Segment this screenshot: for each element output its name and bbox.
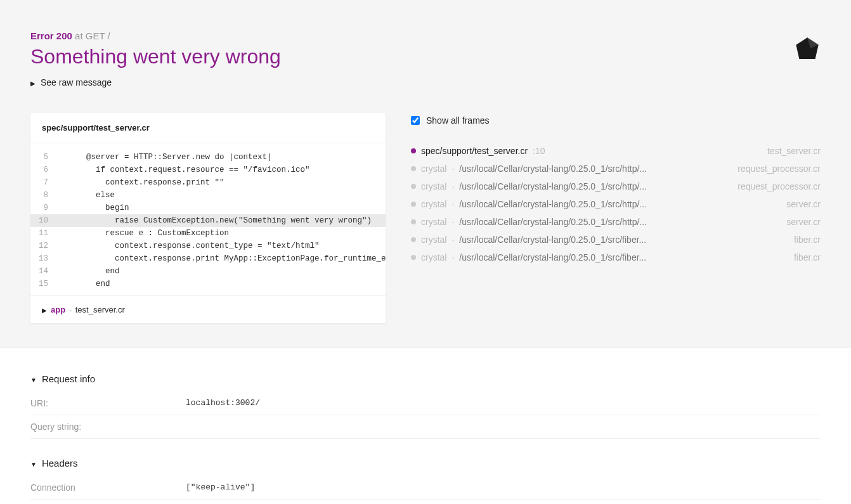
table-row: URI:localhost:3002/ bbox=[30, 392, 821, 415]
frame-source-tag: crystal bbox=[421, 164, 446, 174]
dot-separator: · bbox=[451, 181, 454, 191]
frames-panel: Show all frames spec/support/test_server… bbox=[411, 113, 821, 323]
line-content: end bbox=[56, 265, 120, 278]
frame-file: server.cr bbox=[786, 217, 821, 227]
frame-path: /usr/local/Cellar/crystal-lang/0.25.0_1/… bbox=[459, 235, 789, 245]
headers-heading[interactable]: Headers bbox=[30, 458, 821, 468]
code-line: 6 if context.request.resource == "/favic… bbox=[30, 164, 386, 176]
frame-row[interactable]: crystal·/usr/local/Cellar/crystal-lang/0… bbox=[411, 213, 821, 231]
code-file-path: spec/support/test_server.cr bbox=[30, 113, 386, 143]
dot-separator: · bbox=[451, 235, 454, 245]
line-number: 11 bbox=[30, 227, 56, 240]
info-key: Query string: bbox=[30, 415, 186, 439]
code-line: 14 end bbox=[30, 265, 386, 278]
code-footer[interactable]: app · test_server.cr bbox=[30, 295, 386, 323]
frame-row[interactable]: crystal·/usr/local/Cellar/crystal-lang/0… bbox=[411, 178, 821, 195]
line-content: context.response.print "" bbox=[56, 176, 224, 189]
raw-message-label: See raw message bbox=[41, 77, 112, 87]
dot-separator: · bbox=[451, 252, 454, 262]
code-line: 15 end bbox=[30, 278, 386, 290]
frame-row[interactable]: crystal·/usr/local/Cellar/crystal-lang/0… bbox=[411, 249, 821, 266]
request-info-table: URI:localhost:3002/Query string: bbox=[30, 392, 821, 439]
frame-path: /usr/local/Cellar/crystal-lang/0.25.0_1/… bbox=[459, 217, 781, 227]
error-header-section: Error 200 at GET / Something went very w… bbox=[0, 0, 851, 347]
line-number: 13 bbox=[30, 252, 56, 265]
code-body: 5 @server = HTTP::Server.new do |context… bbox=[30, 143, 386, 295]
frame-file: request_processor.cr bbox=[737, 164, 821, 174]
line-content: else bbox=[56, 189, 115, 202]
line-number: 9 bbox=[30, 202, 56, 214]
chevron-down-icon bbox=[30, 458, 37, 468]
info-key: URI: bbox=[30, 392, 186, 415]
frame-row[interactable]: crystal·/usr/local/Cellar/crystal-lang/0… bbox=[411, 231, 821, 249]
line-content: rescue e : CustomException bbox=[56, 227, 229, 240]
code-footer-file: test_server.cr bbox=[75, 305, 125, 314]
line-number: 7 bbox=[30, 176, 56, 189]
code-line: 9 begin bbox=[30, 202, 386, 214]
dot-separator: · bbox=[451, 199, 454, 209]
line-content: @server = HTTP::Server.new do |context| bbox=[56, 151, 272, 164]
svg-marker-0 bbox=[796, 37, 818, 59]
raw-message-toggle[interactable]: See raw message bbox=[30, 77, 821, 87]
show-all-frames-label: Show all frames bbox=[426, 115, 490, 126]
code-line: 8 else bbox=[30, 189, 386, 202]
chevron-down-icon bbox=[30, 373, 37, 384]
framework-logo-icon bbox=[794, 36, 821, 64]
dot-separator: · bbox=[451, 217, 454, 227]
error-context: at GET / bbox=[75, 30, 110, 41]
line-content: raise CustomException.new("Something wen… bbox=[56, 214, 372, 227]
code-line: 5 @server = HTTP::Server.new do |context… bbox=[30, 151, 386, 164]
request-info-title: Request info bbox=[42, 373, 95, 384]
line-number: 6 bbox=[30, 164, 56, 176]
frame-path: /usr/local/Cellar/crystal-lang/0.25.0_1/… bbox=[459, 199, 781, 209]
frame-source-tag: crystal bbox=[421, 217, 446, 227]
frame-line-no: :10 bbox=[533, 146, 545, 156]
line-content: context.response.content_type = "text/ht… bbox=[56, 240, 320, 252]
code-line: 10 raise CustomException.new("Something … bbox=[30, 214, 386, 227]
frame-file: request_processor.cr bbox=[737, 181, 821, 191]
frame-path: /usr/local/Cellar/crystal-lang/0.25.0_1/… bbox=[459, 252, 789, 262]
code-line: 7 context.response.print "" bbox=[30, 176, 386, 189]
headers-title: Headers bbox=[42, 458, 78, 468]
request-info-block: Request info URI:localhost:3002/Query st… bbox=[30, 373, 821, 439]
frame-source-tag: crystal bbox=[421, 252, 446, 262]
error-title: Something went very wrong bbox=[30, 45, 821, 68]
chevron-right-icon bbox=[42, 305, 47, 314]
show-all-frames-checkbox[interactable] bbox=[411, 116, 420, 125]
frame-file: server.cr bbox=[786, 199, 821, 209]
frame-file: fiber.cr bbox=[794, 252, 821, 262]
dot-separator: · bbox=[451, 164, 454, 174]
info-key: Connection bbox=[30, 476, 186, 500]
line-content: context.response.print MyApp::ExceptionP… bbox=[56, 252, 386, 265]
frame-file: test_server.cr bbox=[767, 146, 821, 156]
code-footer-app: app bbox=[51, 305, 65, 314]
line-content: begin bbox=[56, 202, 129, 214]
info-value: ["keep-alive"] bbox=[186, 476, 821, 500]
frame-bullet-icon bbox=[411, 166, 416, 171]
info-key: Content-Type bbox=[30, 500, 186, 505]
chevron-right-icon bbox=[30, 77, 36, 87]
info-value: ["text/html"] bbox=[186, 500, 821, 505]
code-panel: spec/support/test_server.cr 5 @server = … bbox=[30, 113, 386, 323]
frame-bullet-icon bbox=[411, 202, 416, 207]
frame-path: /usr/local/Cellar/crystal-lang/0.25.0_1/… bbox=[459, 181, 732, 191]
error-status-line: Error 200 at GET / bbox=[30, 30, 821, 41]
frame-row[interactable]: crystal·/usr/local/Cellar/crystal-lang/0… bbox=[411, 195, 821, 213]
frame-path: /usr/local/Cellar/crystal-lang/0.25.0_1/… bbox=[459, 164, 732, 174]
line-number: 5 bbox=[30, 151, 56, 164]
frame-bullet-icon bbox=[411, 255, 416, 260]
frame-bullet-icon bbox=[411, 219, 416, 224]
table-row: Connection["keep-alive"] bbox=[30, 476, 821, 500]
request-info-heading[interactable]: Request info bbox=[30, 373, 821, 384]
code-line: 11 rescue e : CustomException bbox=[30, 227, 386, 240]
headers-block: Headers Connection["keep-alive"]Content-… bbox=[30, 458, 821, 504]
line-number: 12 bbox=[30, 240, 56, 252]
frame-bullet-icon bbox=[411, 148, 416, 153]
frame-bullet-icon bbox=[411, 237, 416, 242]
table-row: Query string: bbox=[30, 415, 821, 439]
frames-list: spec/support/test_server.cr:10test_serve… bbox=[411, 142, 821, 266]
frame-row[interactable]: crystal·/usr/local/Cellar/crystal-lang/0… bbox=[411, 160, 821, 178]
line-number: 8 bbox=[30, 189, 56, 202]
frame-row[interactable]: spec/support/test_server.cr:10test_serve… bbox=[411, 142, 821, 160]
line-number: 10 bbox=[30, 214, 56, 227]
